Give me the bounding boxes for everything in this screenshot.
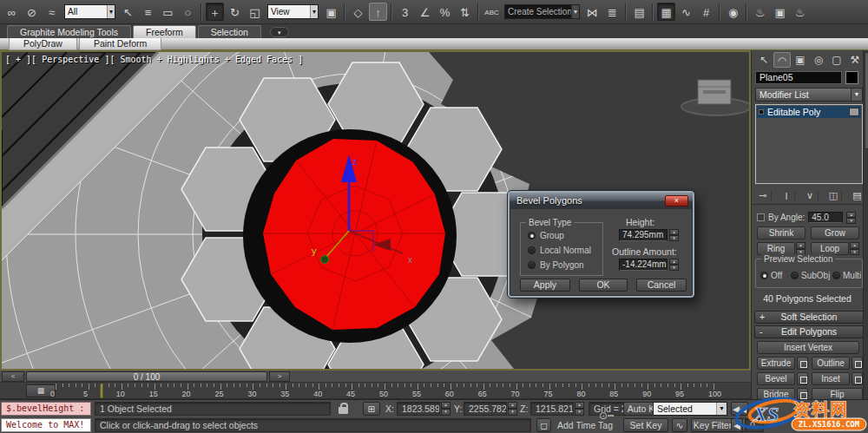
preview-off-radio-row[interactable]: Off — [760, 271, 782, 280]
dialog-close-button[interactable]: × — [665, 195, 688, 207]
rollout-expand-icon[interactable]: + — [760, 312, 765, 323]
tab-motion-icon[interactable]: ◎ — [810, 52, 827, 68]
by-angle-field[interactable]: 45.0 — [808, 212, 843, 223]
outline-amount-field[interactable]: -14.224mm — [619, 259, 667, 271]
subtab-paint-deform[interactable]: Paint Deform — [79, 38, 161, 50]
group-radio[interactable] — [528, 232, 536, 239]
by-polygon-radio[interactable] — [528, 261, 536, 269]
panel-scrollbar[interactable] — [863, 50, 868, 401]
radio-row-group[interactable]: Group — [528, 231, 564, 240]
rendered-frame-icon[interactable]: ▣ — [771, 3, 789, 21]
y-spinner[interactable]: ▴▾ — [508, 402, 517, 416]
graphite-ribbon-toggle-icon[interactable]: ▦ — [657, 3, 675, 21]
extrude-button[interactable]: Extrude — [757, 357, 795, 370]
viewport-label[interactable]: [ + ][ Perspective ][ Smooth + Highlight… — [5, 55, 303, 64]
schematic-view-icon[interactable]: # — [697, 3, 715, 21]
render-production-icon[interactable]: ♨ — [791, 3, 809, 21]
bind-to-spacewarp-icon[interactable]: ≈ — [43, 3, 61, 21]
chevron-down-icon[interactable]: ▾ — [571, 5, 579, 18]
radio-row-local-normal[interactable]: Local Normal — [528, 246, 591, 255]
y-coordinate-field[interactable]: 2255.782mm — [464, 402, 507, 416]
extrude-settings-button[interactable] — [797, 357, 808, 370]
show-end-result-icon[interactable]: I — [779, 191, 795, 201]
inset-settings-button[interactable] — [852, 372, 863, 385]
by-angle-checkbox[interactable] — [757, 213, 765, 221]
bevel-button[interactable]: Bevel — [757, 372, 795, 385]
modifier-stack[interactable]: Editable Poly — [755, 104, 863, 184]
rectangular-region-icon[interactable]: ▭ — [159, 3, 177, 21]
tab-selection[interactable]: Selection — [198, 25, 261, 38]
chevron-down-icon[interactable]: ▾ — [107, 5, 115, 18]
height-spinner[interactable]: ▴▾ — [669, 229, 679, 241]
tab-modify-icon[interactable]: ◠ — [773, 52, 791, 68]
local-normal-radio[interactable] — [528, 246, 536, 254]
time-slider-handle[interactable]: 0 / 100 — [26, 371, 267, 382]
chevron-down-icon[interactable]: ▾ — [310, 5, 318, 18]
select-and-move-icon[interactable]: ＋ — [206, 3, 224, 21]
tab-display-icon[interactable]: ▢ — [828, 52, 845, 68]
track-ruler[interactable]: ▦ 05101520253035404550556065707580859095… — [0, 383, 751, 399]
chevron-down-icon[interactable]: ▼ — [716, 403, 727, 415]
select-and-scale-icon[interactable]: ◱ — [246, 3, 264, 21]
select-by-name-icon[interactable]: ≡ — [139, 3, 157, 21]
angle-snap-icon[interactable]: ∠ — [416, 3, 434, 21]
tab-graphite-modeling-tools[interactable]: Graphite Modeling Tools — [7, 25, 131, 38]
select-and-link-icon[interactable]: ∞ — [3, 3, 21, 21]
spinner-snap-icon[interactable]: ⇅ — [456, 3, 474, 21]
preview-subobj-radio[interactable] — [791, 272, 799, 279]
bevel-settings-button[interactable] — [797, 372, 808, 385]
curve-editor-icon[interactable]: ∿ — [677, 3, 695, 21]
loop-button[interactable]: Loop — [811, 242, 849, 255]
isolate-toggle-icon[interactable]: ◻ — [536, 418, 551, 432]
select-and-rotate-icon[interactable]: ↻ — [226, 3, 244, 21]
named-selection-sets-icon[interactable]: ABC — [483, 3, 501, 21]
x-coordinate-field[interactable]: 1823.589mm — [397, 402, 440, 416]
align-icon[interactable]: ≣ — [603, 3, 621, 21]
insert-vertex-button[interactable]: Insert Vertex — [757, 341, 859, 354]
tab-create-icon[interactable]: ↖ — [755, 52, 773, 68]
layer-manager-icon[interactable]: ▤ — [630, 3, 648, 21]
previous-frame-button[interactable]: < — [2, 371, 24, 382]
keyboard-override-icon[interactable]: ↑ — [369, 3, 387, 21]
lasso-region-icon[interactable]: ○ — [179, 3, 197, 21]
by-angle-spinner[interactable]: ▴▾ — [846, 212, 856, 223]
maxscript-listener-line2[interactable]: Welcome to MAX! — [1, 418, 91, 432]
ribbon-minimize-button[interactable]: ▾ — [270, 27, 289, 37]
subtab-polydraw[interactable]: PolyDraw — [9, 38, 77, 50]
shrink-button[interactable]: Shrink — [757, 226, 806, 239]
apply-button[interactable]: Apply — [520, 279, 570, 292]
transform-typein-icon[interactable]: ⊞ — [363, 402, 380, 416]
maxscript-mini-listener[interactable]: $.bevelHeight : — [1, 402, 91, 416]
preview-multi-radio-row[interactable]: Multi — [832, 271, 861, 280]
percent-snap-icon[interactable]: % — [436, 3, 454, 21]
radio-row-by-polygon[interactable]: By Polygon — [528, 260, 584, 270]
outline-button[interactable]: Outline — [812, 357, 850, 370]
remove-modifier-icon[interactable]: ◫ — [826, 190, 842, 201]
preview-off-radio[interactable] — [760, 272, 768, 279]
rollout-collapse-icon[interactable]: - — [760, 326, 763, 338]
named-selection-dropdown[interactable]: Create Selection Se▾ — [504, 4, 580, 19]
select-object-icon[interactable]: ↖ — [119, 3, 137, 21]
panel-scrollbar-thumb[interactable] — [865, 52, 868, 149]
ring-spinner[interactable]: ▴▾ — [796, 242, 806, 255]
selection-filter-dropdown[interactable]: All▾ — [64, 4, 115, 19]
height-field[interactable]: 74.295mm — [619, 229, 667, 241]
chevron-down-icon[interactable]: ▼ — [851, 89, 862, 101]
snaps-toggle-icon[interactable]: 3 — [396, 3, 414, 21]
default-in-out-tangents-icon[interactable]: ∿ — [672, 418, 687, 432]
unlink-selection-icon[interactable]: ⊘ — [23, 3, 41, 21]
z-spinner[interactable]: ▴▾ — [575, 402, 584, 416]
next-frame-button[interactable]: > — [269, 371, 290, 382]
outline-spinner[interactable]: ▴▾ — [669, 259, 679, 271]
preview-multi-radio[interactable] — [832, 272, 840, 279]
object-color-swatch[interactable] — [845, 71, 858, 84]
pin-stack-icon[interactable]: ⊸ — [756, 190, 772, 201]
inset-button[interactable]: Inset — [812, 372, 850, 385]
x-spinner[interactable]: ▴▾ — [441, 402, 450, 416]
select-and-manipulate-icon[interactable]: ◇ — [349, 3, 367, 21]
edit-polygons-rollout[interactable]: - Edit Polygons — [754, 325, 864, 338]
material-editor-icon[interactable]: ◉ — [724, 3, 742, 21]
mirror-icon[interactable]: ⋈ — [583, 3, 602, 21]
make-unique-icon[interactable]: ∨ — [803, 190, 819, 201]
modifier-list-dropdown[interactable]: Modifier List▼ — [755, 88, 863, 102]
